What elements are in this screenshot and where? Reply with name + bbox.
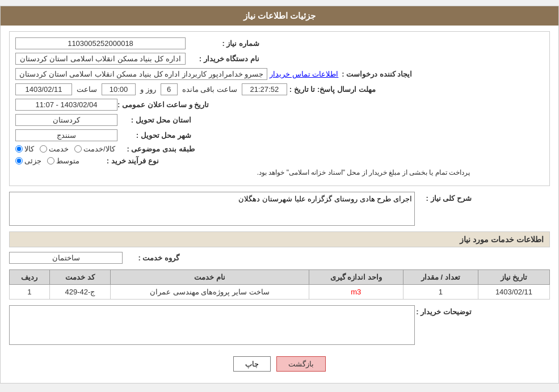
province-row: استان محل تحویل : کردستان (15, 114, 544, 126)
announce-value: 1403/02/04 - 11:07 (15, 99, 117, 111)
process-jozi-label: جزئی (24, 157, 41, 165)
page-title: جزئیات اطلاعات نیاز (243, 11, 316, 20)
buyer-org-value: اداره کل بنیاد مسکن انقلاب اسلامی استان … (15, 53, 186, 65)
description-label: شرح کلی نیاز : (415, 192, 472, 203)
process-jozi-radio[interactable] (15, 157, 23, 165)
service-table: تاریخ نیاز تعداد / مقدار واحد اندازه گیر… (9, 269, 550, 300)
creator-row: ایجاد کننده درخواست : اطلاعات تماس خریدا… (15, 68, 544, 80)
col-quantity: تعداد / مقدار (403, 270, 478, 285)
city-label: شهر محل تحویل : (117, 131, 191, 140)
page-header: جزئیات اطلاعات نیاز (1, 6, 558, 26)
service-group-row: گروه خدمت : ساختمان (9, 252, 550, 264)
category-label: طبقه بندی موضوعی : (121, 145, 195, 153)
category-kala-khedmat-radio[interactable] (74, 145, 82, 153)
col-row-num: ردیف (10, 270, 50, 285)
buyer-notes-section: توضیحات خریدار : (9, 305, 550, 345)
category-kala-radio[interactable] (15, 145, 23, 153)
category-kala-khedmat-label: کالا/خدمت (83, 145, 115, 153)
buttons-row: بازگشت چاپ (9, 351, 550, 377)
need-number-label: شماره نیاز : (186, 39, 259, 48)
cell-quantity: 1 (403, 285, 478, 300)
province-value: کردستان (15, 114, 117, 126)
deadline-time-label: ساعت (77, 85, 97, 94)
process-label: نوع فرآیند خرید : (85, 157, 159, 165)
deadline-remaining: 21:27:52 (242, 83, 287, 95)
category-khedmat-radio[interactable] (40, 145, 47, 153)
category-row: طبقه بندی موضوعی : کالا/خدمت خدمت کالا (15, 145, 544, 153)
announce-label: تاریخ و ساعت اعلان عمومی : (117, 100, 209, 109)
process-row: نوع فرآیند خرید : متوسط جزئی (15, 157, 544, 165)
deadline-day-label: روز و (140, 85, 156, 94)
service-group-label: گروه خدمت : (123, 254, 179, 262)
need-number-row: شماره نیاز : 1103005252000018 (15, 37, 544, 49)
city-value: سنندج (15, 129, 117, 141)
buyer-org-row: نام دستگاه خریدار : اداره کل بنیاد مسکن … (15, 53, 544, 65)
deadline-date: 1403/02/11 (15, 83, 72, 95)
buyer-org-label: نام دستگاه خریدار : (186, 54, 259, 63)
col-service-name: نام خدمت (111, 270, 309, 285)
description-textarea[interactable]: اجرای طرح هادی روستای گزگزاره علیا شهرست… (9, 192, 415, 226)
main-info-section: شماره نیاز : 1103005252000018 نام دستگاه… (9, 31, 550, 186)
category-khedmat-label: خدمت (49, 145, 69, 153)
process-mottasat-label: متوسط (56, 157, 79, 165)
cell-row-num: 1 (10, 285, 50, 300)
process-mottasat-radio[interactable] (47, 157, 54, 165)
cell-service-code: ج-42-429 (49, 285, 110, 300)
deadline-label: مهلت ارسال پاسخ: تا تاریخ : (289, 85, 376, 94)
city-row: شهر محل تحویل : سنندج (15, 129, 544, 141)
col-unit: واحد اندازه گیری (309, 270, 403, 285)
buyer-notes-label: توضیحات خریدار : (415, 305, 472, 316)
table-header-row: تاریخ نیاز تعداد / مقدار واحد اندازه گیر… (10, 270, 550, 285)
announce-row: تاریخ و ساعت اعلان عمومی : 1403/02/04 - … (15, 99, 544, 111)
deadline-remaining-label: ساعت باقی مانده (182, 85, 237, 94)
description-section: شرح کلی نیاز : اجرای طرح هادی روستای گزگ… (9, 192, 550, 226)
deadline-row: مهلت ارسال پاسخ: تا تاریخ : 21:27:52 ساع… (15, 83, 544, 95)
deadline-time: 10:00 (102, 83, 136, 95)
cell-date: 1403/02/11 (478, 285, 549, 300)
deadline-days: 6 (161, 83, 178, 95)
services-section-title: اطلاعات خدمات مورد نیاز (9, 231, 550, 247)
payment-note: پرداخت تمام یا بخشی از مبلغ خریدار از مح… (15, 168, 544, 176)
cell-unit: m3 (309, 285, 403, 300)
table-row: 1403/02/11 1 m3 ساخت سایر پروژه‌های مهند… (10, 285, 550, 300)
print-button[interactable]: چاپ (233, 356, 271, 372)
back-button[interactable]: بازگشت (276, 356, 326, 372)
contact-link[interactable]: اطلاعات تماس خریدار (270, 70, 338, 78)
buyer-notes-textarea[interactable] (9, 305, 415, 345)
need-number-value: 1103005252000018 (15, 37, 186, 49)
creator-label: ایجاد کننده درخواست : (338, 70, 412, 78)
service-group-value: ساختمان (9, 252, 123, 264)
col-date: تاریخ نیاز (478, 270, 549, 285)
col-service-code: کد خدمت (49, 270, 110, 285)
cell-service-name: ساخت سایر پروژه‌های مهندسی عمران (111, 285, 309, 300)
province-label: استان محل تحویل : (117, 116, 191, 124)
creator-value: جسرو خدامرادپور کاربرداز اداره کل بنیاد … (15, 68, 267, 80)
category-kala-label: کالا (24, 145, 34, 153)
